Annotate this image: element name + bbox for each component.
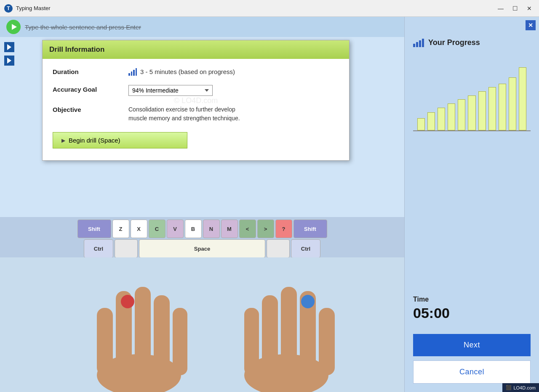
key-z[interactable]: Z [112,220,129,238]
time-section: Time 05:00 [405,289,539,328]
minimize-button[interactable]: — [494,4,507,13]
chart-small-icon [128,67,137,76]
maximize-button[interactable]: ☐ [509,4,521,13]
hands-area [0,257,404,392]
key-shift-left[interactable]: Shift [77,220,111,238]
keyboard-row-3: Shift Z X C V B N M < > ? Shift [3,220,401,238]
bar-0 [417,118,425,130]
close-button[interactable]: ✕ [523,4,536,13]
objective-label: Objective [53,105,128,113]
watermark: © LO4D.com [174,96,218,105]
titlebar: T Typing Master — ☐ ✕ [0,0,539,17]
key-ctrl-right[interactable]: Ctrl [291,239,320,258]
progress-section: Your Progress [405,17,539,289]
bar-6 [478,91,486,130]
accuracy-label: Accuracy Goal [53,85,128,93]
drill-dialog-body: © LO4D.com Duration 3 - 5 minutes (based… [43,59,349,160]
play-button[interactable] [6,20,21,34]
window-controls: — ☐ ✕ [494,4,536,13]
duration-row: Duration 3 - 5 minutes (based on progres… [53,67,339,76]
duration-label: Duration [53,67,128,75]
svg-rect-3 [135,287,151,375]
app-icon: T [4,4,13,13]
svg-rect-12 [319,308,335,375]
brand-icon: ⬛ [506,385,512,390]
key-fn[interactable] [115,239,138,258]
begin-drill-button[interactable]: Begin drill (Space) [53,132,187,148]
drill-dialog: Drill Information © LO4D.com Duration 3 [42,40,350,161]
brand-text: LO4D.com [513,385,536,390]
progress-chart-icon [413,38,424,47]
svg-point-6 [121,295,134,308]
key-lt[interactable]: < [239,220,256,238]
keyboard-row-4: Ctrl Space Ctrl [3,239,401,258]
bar-10 [519,67,526,130]
key-n[interactable]: N [203,220,220,238]
time-value: 05:00 [413,305,531,321]
drill-dialog-header: Drill Information [43,40,349,59]
key-gt[interactable]: > [257,220,274,238]
next-arrow-button-2[interactable] [4,56,14,66]
right-panel: ✕ Your Progress Time 05:00 Next Cancel [404,17,539,392]
time-label: Time [413,296,531,303]
svg-point-13 [301,295,315,308]
progress-bar-chart [413,56,531,131]
drill-dialog-title: Drill Information [49,45,104,53]
bar-9 [509,77,516,130]
duration-value: 3 - 5 minutes (based on progress) [128,67,339,76]
svg-rect-10 [281,287,297,375]
accuracy-select[interactable]: 94% Intermediate 90% Beginner 98% Advanc… [128,85,213,96]
app-title: Typing Master [16,5,51,11]
key-b[interactable]: B [185,220,202,238]
cancel-button[interactable]: Cancel [413,360,531,384]
key-v[interactable]: V [167,220,184,238]
objective-row: Objective Consolidation exercise to furt… [53,105,339,123]
main-content: Type the whole sentence and press Enter … [0,17,539,392]
key-m[interactable]: M [221,220,238,238]
svg-rect-8 [244,308,259,375]
key-shift-right[interactable]: Shift [294,220,327,238]
nav-arrows [4,42,14,66]
key-ctrl-left[interactable]: Ctrl [84,239,113,258]
svg-rect-9 [262,295,278,375]
accuracy-value: 94% Intermediate 90% Beginner 98% Advanc… [128,85,339,96]
objective-value: Consolidation exercise to further develo… [128,105,339,123]
panel-close-button[interactable]: ✕ [526,20,536,30]
instruction-bar: Type the whole sentence and press Enter [0,17,404,37]
instruction-text: Type the whole sentence and press Enter [25,24,141,31]
key-space[interactable]: Space [139,239,265,258]
bar-4 [458,99,465,130]
svg-rect-1 [97,308,113,375]
bar-3 [448,103,455,130]
bar-2 [438,108,445,130]
svg-rect-5 [173,308,187,375]
hands-image [0,257,404,392]
progress-title: Your Progress [413,38,531,47]
bar-8 [499,84,506,130]
accuracy-row: Accuracy Goal 94% Intermediate 90% Begin… [53,85,339,96]
footer-brand: ⬛ LO4D.com [502,383,539,392]
bottom-buttons: Next Cancel [405,328,539,392]
bar-5 [468,95,475,130]
bar-7 [488,87,496,130]
objective-text: Consolidation exercise to further develo… [128,105,240,123]
svg-rect-4 [154,295,170,375]
key-slash[interactable]: ? [275,220,292,238]
key-c[interactable]: C [149,220,165,238]
left-area: Type the whole sentence and press Enter … [0,17,404,392]
next-button[interactable]: Next [413,334,531,356]
next-arrow-button[interactable] [4,42,14,52]
key-fn2[interactable] [267,239,290,258]
key-x[interactable]: X [131,220,147,238]
bar-1 [427,112,435,130]
